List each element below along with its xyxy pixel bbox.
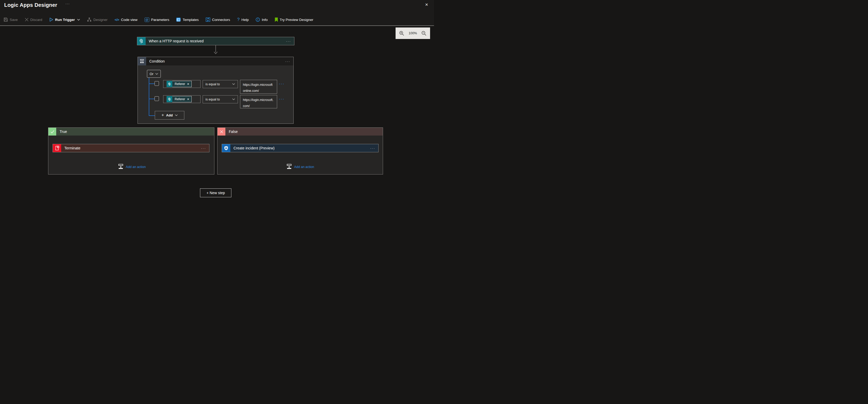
insert-action-icon: [286, 164, 292, 170]
value-line: https://login.microsoft: [243, 82, 277, 88]
connectors-icon: [206, 18, 210, 22]
trigger-title: When a HTTP request is received: [146, 37, 286, 45]
try-preview-designer-button[interactable]: Try Preview Designer: [275, 18, 313, 22]
true-branch-label: True: [56, 129, 67, 134]
designer-label: Designer: [93, 18, 107, 22]
condition-field-input[interactable]: Referer ✕: [163, 80, 200, 88]
false-add-action-link[interactable]: Add an action: [286, 164, 314, 170]
http-request-icon: [166, 96, 172, 102]
templates-button[interactable]: Templates: [176, 18, 199, 22]
token-remove-icon[interactable]: ✕: [187, 82, 191, 86]
token-label: Referer: [172, 97, 187, 101]
help-button[interactable]: ? Help: [237, 17, 249, 22]
code-view-label: Code view: [121, 18, 137, 22]
run-trigger-button[interactable]: Run Trigger: [50, 18, 80, 22]
add-condition-button[interactable]: + Add: [155, 111, 184, 120]
connectors-label: Connectors: [212, 18, 230, 22]
value-line: https://login.microsoft.: [243, 97, 277, 103]
zoom-in-icon[interactable]: [399, 31, 404, 36]
parameters-icon: @: [145, 18, 149, 22]
chevron-down-icon: [155, 73, 158, 75]
save-button[interactable]: Save: [4, 18, 18, 22]
designer-button[interactable]: Designer: [87, 18, 107, 22]
save-icon: [4, 18, 8, 22]
terminate-icon: [53, 144, 61, 152]
create-incident-action-card[interactable]: Create incident (Preview) ···: [222, 144, 379, 152]
referer-token-chip[interactable]: Referer ✕: [166, 81, 192, 87]
add-label: Add: [166, 113, 173, 117]
terminate-menu-ellipsis[interactable]: ···: [201, 144, 209, 152]
operator-value: is equal to: [206, 97, 220, 101]
terminate-title: Terminate: [61, 144, 201, 152]
preview-bookmark-icon: [275, 18, 278, 22]
info-button[interactable]: Info: [256, 18, 268, 22]
row-checkbox[interactable]: [155, 81, 159, 86]
check-icon: [49, 128, 56, 136]
title-more-button[interactable]: ···: [65, 2, 70, 6]
row-menu-ellipsis[interactable]: ···: [279, 82, 285, 86]
code-view-icon: </>: [115, 18, 119, 22]
create-incident-title: Create incident (Preview): [230, 144, 370, 152]
condition-branch-icon: [138, 57, 146, 65]
operator-dropdown[interactable]: is equal to: [203, 80, 238, 88]
row-menu-ellipsis[interactable]: ···: [279, 97, 285, 101]
code-view-button[interactable]: </> Code view: [115, 18, 137, 22]
connectors-button[interactable]: Connectors: [206, 18, 230, 22]
save-label: Save: [10, 18, 18, 22]
logic-apps-designer-window: Logic Apps Designer ··· ✕ Save Discard R…: [0, 0, 434, 202]
templates-label: Templates: [183, 18, 199, 22]
value-line: online.com/: [243, 88, 277, 94]
add-action-label: Add an action: [126, 165, 146, 169]
false-branch-label: False: [225, 129, 238, 134]
condition-field-input[interactable]: Referer ✕: [163, 95, 200, 103]
run-trigger-label: Run Trigger: [55, 18, 75, 22]
titlebar: Logic Apps Designer ··· ✕ Save Discard R…: [0, 0, 434, 26]
condition-tree-line-row2: [149, 99, 155, 99]
terminate-action-card[interactable]: Terminate ···: [53, 144, 209, 152]
new-step-button[interactable]: + New step: [200, 189, 231, 197]
parameters-button[interactable]: @ Parameters: [145, 18, 169, 22]
true-add-action-link[interactable]: Add an action: [118, 164, 146, 170]
insert-action-icon: [118, 164, 123, 170]
create-incident-menu-ellipsis[interactable]: ···: [370, 144, 378, 152]
chevron-down-icon: [232, 98, 235, 100]
token-remove-icon[interactable]: ✕: [187, 97, 191, 101]
referer-token-chip[interactable]: Referer ✕: [166, 96, 192, 102]
condition-tree-line-row1: [149, 84, 155, 84]
help-label: Help: [242, 18, 249, 22]
http-request-icon: [166, 81, 172, 87]
parameters-label: Parameters: [151, 18, 169, 22]
token-label: Referer: [172, 82, 187, 86]
play-icon: [50, 18, 53, 22]
condition-title: Condition: [146, 57, 285, 65]
operator-value: is equal to: [206, 82, 220, 86]
condition-header[interactable]: Condition ···: [138, 57, 293, 65]
condition-value-input[interactable]: https://login.microsoft online.com/: [240, 80, 277, 94]
templates-icon: [176, 18, 181, 22]
plus-icon: +: [161, 113, 164, 118]
row-checkbox[interactable]: [155, 96, 159, 101]
add-action-label: Add an action: [294, 165, 314, 169]
false-branch-header[interactable]: False: [218, 128, 383, 136]
trigger-menu-ellipsis[interactable]: ···: [286, 37, 294, 45]
chevron-down-icon: [175, 114, 178, 116]
trigger-card-http-request[interactable]: When a HTTP request is received ···: [137, 37, 294, 45]
chevron-down-icon: [232, 83, 235, 85]
page-title: Logic Apps Designer: [4, 2, 57, 8]
close-icon[interactable]: ✕: [425, 3, 428, 6]
condition-menu-ellipsis[interactable]: ···: [285, 57, 293, 65]
help-question-icon: ?: [237, 17, 240, 22]
chevron-down-icon[interactable]: [77, 19, 80, 21]
info-label: Info: [262, 18, 268, 22]
http-request-icon: [137, 37, 146, 45]
sentinel-shield-icon: [222, 144, 230, 152]
discard-button[interactable]: Discard: [25, 18, 42, 22]
toolbar: Save Discard Run Trigger Designer </> Co…: [4, 14, 313, 25]
value-line: com/: [243, 103, 277, 109]
operator-dropdown[interactable]: is equal to: [203, 95, 238, 103]
zoom-out-icon[interactable]: [422, 31, 426, 36]
x-icon: [218, 128, 225, 136]
join-operator-dropdown[interactable]: Or: [147, 70, 161, 78]
condition-value-input[interactable]: https://login.microsoft. com/: [240, 95, 277, 108]
true-branch-header[interactable]: True: [49, 128, 214, 136]
